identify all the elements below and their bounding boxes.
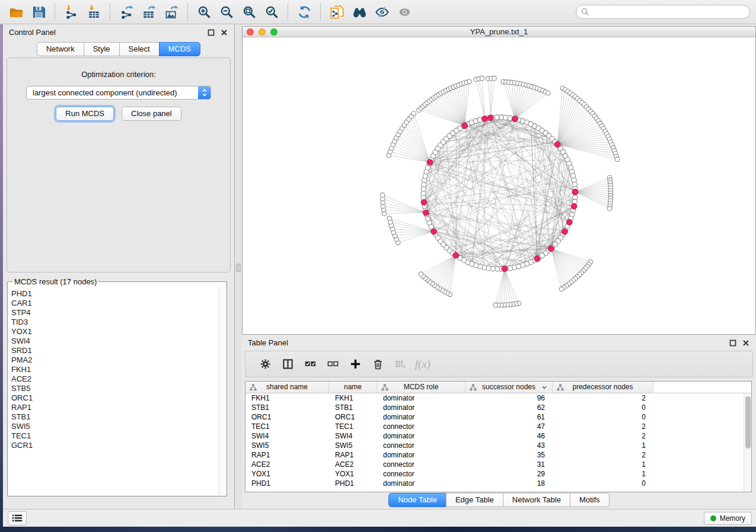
network-canvas[interactable] — [243, 37, 755, 334]
task-history-button[interactable] — [8, 511, 27, 525]
import-network-button[interactable] — [60, 2, 82, 21]
table-row[interactable]: STB1STB1dominator620 — [245, 403, 751, 412]
graph-mcds-node[interactable] — [567, 219, 573, 225]
search-input[interactable] — [592, 8, 745, 16]
export-network-button[interactable] — [115, 2, 138, 21]
table-cell[interactable]: TEC1 — [329, 422, 377, 431]
refresh-button[interactable] — [293, 2, 315, 21]
export-image-button[interactable] — [160, 2, 183, 21]
table-cell[interactable]: RAP1 — [245, 450, 329, 460]
tab-node-table[interactable]: Node Table — [388, 493, 446, 507]
table-cell[interactable]: 1 — [553, 469, 653, 479]
graph-mcds-node[interactable] — [534, 256, 540, 262]
deselect-all-button[interactable] — [324, 355, 342, 373]
table-cell[interactable]: dominator — [377, 403, 465, 412]
mcds-result-item[interactable]: TEC1 — [11, 431, 218, 441]
graph-fan-node[interactable] — [615, 157, 620, 162]
mcds-result-list[interactable]: PHD1CAR1STP4TID3YOX1SWI4SRD1PMA2FKH1ACE2… — [9, 287, 218, 495]
float-panel-button[interactable] — [208, 28, 215, 36]
mcds-result-item[interactable]: GCR1 — [11, 441, 218, 450]
show-columns-button[interactable] — [279, 355, 296, 373]
table-cell[interactable]: ORC1 — [245, 412, 329, 422]
graph-mcds-node[interactable] — [572, 189, 578, 195]
graph-mcds-node[interactable] — [421, 200, 427, 206]
table-cell[interactable]: 2 — [553, 393, 653, 403]
table-cell[interactable]: connector — [377, 460, 465, 469]
table-cell[interactable]: 61 — [465, 412, 553, 422]
zoom-selected-button[interactable] — [260, 2, 283, 21]
table-cell[interactable]: dominator — [377, 393, 465, 403]
table-cell[interactable]: STB1 — [329, 403, 377, 412]
mcds-result-item[interactable]: STP4 — [11, 308, 218, 318]
table-cell[interactable]: dominator — [377, 479, 465, 488]
delete-column-button[interactable] — [369, 355, 387, 373]
graph-fan-node[interactable] — [387, 216, 392, 221]
graph-fan-node[interactable] — [380, 193, 385, 198]
graph-mcds-node[interactable] — [571, 203, 577, 209]
graph-mcds-node[interactable] — [482, 116, 488, 122]
table-scrollbar-thumb[interactable] — [745, 396, 751, 448]
table-cell[interactable]: 43 — [465, 441, 553, 450]
mcds-result-item[interactable]: SWI4 — [11, 336, 218, 346]
table-cell[interactable]: TEC1 — [245, 422, 329, 431]
table-cell[interactable]: dominator — [377, 412, 465, 422]
table-cell[interactable]: 2 — [553, 431, 653, 441]
hide-unselected-button[interactable] — [371, 2, 393, 21]
close-table-panel-button[interactable] — [742, 339, 750, 347]
mcds-result-item[interactable]: ACE2 — [11, 374, 218, 384]
column-header-MCDS-role[interactable]: MCDS role — [377, 382, 465, 393]
graph-fan-node[interactable] — [492, 76, 497, 81]
graph-mcds-node[interactable] — [462, 123, 468, 129]
sort-chevron-icon[interactable] — [541, 384, 547, 390]
mcds-result-item[interactable]: YOX1 — [11, 327, 218, 336]
tab-style[interactable]: Style — [84, 42, 120, 56]
table-row[interactable]: RAP1RAP1dominator352 — [245, 450, 751, 460]
graph-mcds-node[interactable] — [512, 116, 518, 122]
table-row[interactable]: ACE2ACE2connector311 — [245, 460, 751, 469]
mcds-result-item[interactable]: RAP1 — [11, 403, 218, 412]
table-cell[interactable]: SWI5 — [329, 441, 377, 450]
graph-mcds-node[interactable] — [453, 252, 459, 258]
graph-mcds-node[interactable] — [488, 115, 494, 121]
zoom-fit-button[interactable] — [238, 2, 260, 21]
export-table-button[interactable] — [138, 2, 160, 21]
table-cell[interactable]: 46 — [465, 431, 553, 441]
select-all-button[interactable] — [301, 355, 319, 373]
memory-button[interactable]: Memory — [704, 512, 752, 525]
table-cell[interactable]: ACE2 — [329, 460, 377, 469]
column-header-successor-nodes[interactable]: successor nodes — [465, 382, 553, 393]
table-cell[interactable]: dominator — [377, 450, 465, 460]
mcds-result-item[interactable]: STB5 — [11, 384, 218, 393]
table-cell[interactable]: connector — [377, 422, 465, 431]
add-column-button[interactable] — [346, 355, 364, 373]
mcds-result-item[interactable]: CAR1 — [11, 299, 218, 308]
mcds-result-item[interactable]: ORC1 — [11, 393, 218, 403]
table-cell[interactable]: connector — [377, 441, 465, 450]
mcds-result-item[interactable]: TID3 — [11, 318, 218, 327]
table-cell[interactable]: 29 — [465, 469, 553, 479]
run-mcds-button[interactable]: Run MCDS — [56, 107, 114, 121]
mcds-result-item[interactable]: SWI5 — [11, 422, 218, 431]
graph-mcds-node[interactable] — [548, 246, 554, 252]
table-cell[interactable]: SWI5 — [245, 441, 329, 450]
find-button[interactable] — [348, 2, 371, 21]
tab-network[interactable]: Network — [37, 42, 84, 56]
table-cell[interactable]: dominator — [377, 431, 465, 441]
zoom-in-button[interactable] — [193, 2, 215, 21]
table-cell[interactable]: 0 — [553, 479, 653, 488]
mcds-result-item[interactable]: PHD1 — [11, 289, 218, 299]
table-cell[interactable]: STB1 — [245, 403, 329, 412]
graph-fan-node[interactable] — [480, 76, 484, 81]
graph-mcds-node[interactable] — [431, 229, 437, 235]
column-header-shared-name[interactable]: shared name — [245, 382, 329, 393]
graph-mcds-node[interactable] — [427, 159, 433, 165]
table-cell[interactable]: 47 — [465, 422, 553, 431]
table-cell[interactable]: 2 — [553, 450, 653, 460]
tab-select[interactable]: Select — [119, 42, 160, 56]
table-cell[interactable]: SWI4 — [329, 431, 377, 441]
zoom-out-button[interactable] — [215, 2, 238, 21]
graph-mcds-node[interactable] — [562, 229, 568, 235]
import-table-button[interactable] — [82, 2, 105, 21]
close-panel-button-secondary[interactable]: Close panel — [122, 107, 181, 121]
table-cell[interactable]: 62 — [465, 403, 553, 412]
